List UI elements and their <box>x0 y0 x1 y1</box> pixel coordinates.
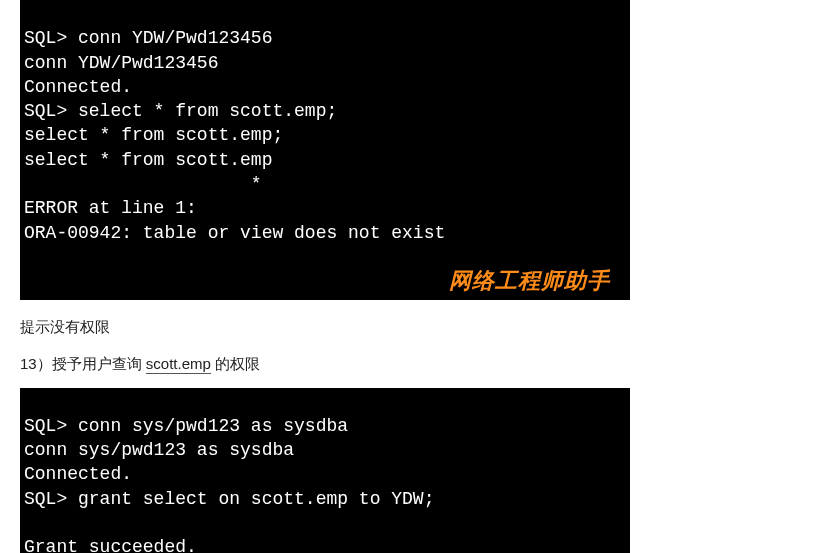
term1-line-9: ORA-00942: table or view does not exist <box>24 223 445 243</box>
term2-line-2: conn sys/pwd123 as sysdba <box>24 440 294 460</box>
term1-line-5: select * from scott.emp; <box>24 125 283 145</box>
step-13-title: 13）授予用户查询 scott.emp 的权限 <box>20 355 808 374</box>
term2-line-4: SQL> grant select on scott.emp to YDW; <box>24 489 434 509</box>
term1-line-3: Connected. <box>24 77 132 97</box>
step13-suffix: 的权限 <box>211 355 260 372</box>
term2-line-3: Connected. <box>24 464 132 484</box>
term1-line-2: conn YDW/Pwd123456 <box>24 53 218 73</box>
term1-line-6: select * from scott.emp <box>24 150 272 170</box>
step13-prefix: 13）授予用户查询 <box>20 355 146 372</box>
caption-no-permission: 提示没有权限 <box>20 318 808 337</box>
term1-line-7: * <box>24 174 262 194</box>
term2-line-6: Grant succeeded. <box>24 537 197 553</box>
terminal-block-2: SQL> conn sys/pwd123 as sysdba conn sys/… <box>20 388 630 553</box>
step13-scott-emp: scott.emp <box>146 355 211 374</box>
page-content: SQL> conn YDW/Pwd123456 conn YDW/Pwd1234… <box>0 0 828 553</box>
term1-line-1: SQL> conn YDW/Pwd123456 <box>24 28 272 48</box>
terminal-block-1: SQL> conn YDW/Pwd123456 conn YDW/Pwd1234… <box>20 0 630 300</box>
term2-line-1: SQL> conn sys/pwd123 as sysdba <box>24 416 348 436</box>
watermark-1: 网络工程师助手 <box>449 266 610 296</box>
term1-line-8: ERROR at line 1: <box>24 198 197 218</box>
term1-line-4: SQL> select * from scott.emp; <box>24 101 337 121</box>
term2-line-5 <box>24 513 35 533</box>
